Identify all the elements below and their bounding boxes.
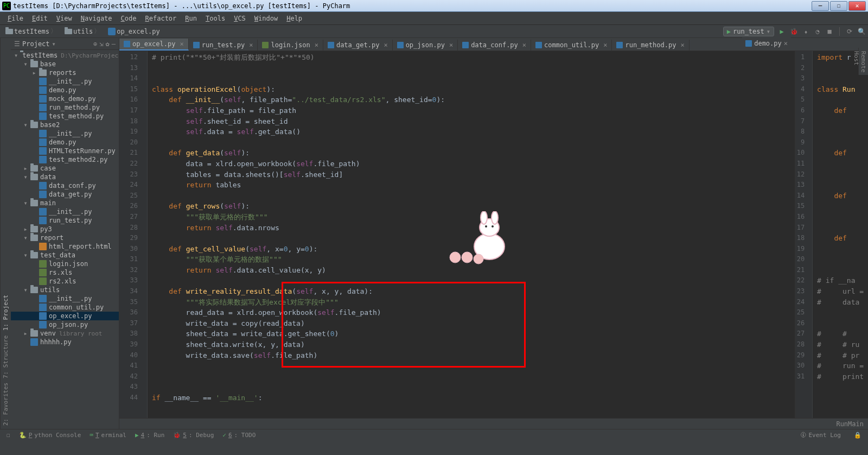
structure-tab[interactable]: 7: Structure (2, 335, 10, 378)
tree-item-case[interactable]: ▸case (11, 164, 119, 173)
code-area-right[interactable]: import r class Run def def def def # if … (813, 51, 868, 418)
minimize-button[interactable]: — (812, 1, 829, 11)
tree-item-testItems[interactable]: ▾testItemsD:\PycharmProjects\ (11, 51, 119, 60)
tree-item-__init__.py[interactable]: __init__.py (11, 207, 119, 216)
editor-tab-data_conf.py[interactable]: data_conf.py× (458, 40, 531, 50)
python-icon (745, 40, 752, 47)
collapse-all-icon[interactable]: ⇲ (99, 40, 103, 48)
tree-item-__init__.py[interactable]: __init__.py (11, 294, 119, 303)
tree-item-common_util.py[interactable]: common_util.py (11, 303, 119, 312)
tree-item-run_test.py[interactable]: run_test.py (11, 216, 119, 225)
bottom-tab-Python-Console[interactable]: 🐍 Python Console (15, 432, 86, 439)
editor-tab-data_get.py[interactable]: data_get.py× (323, 40, 393, 50)
close-button[interactable]: ✕ (848, 1, 866, 11)
tree-item-__init__.py[interactable]: __init__.py (11, 129, 119, 138)
breadcrumb-op_excel.py[interactable]: op_excel.py (105, 27, 163, 36)
menu-view[interactable]: View (52, 15, 76, 22)
editor-tab-run_method.py[interactable]: run_method.py× (612, 40, 689, 50)
breadcrumb-utils[interactable]: utils〉 (61, 27, 104, 36)
tree-item-HTMLTestRunner.py[interactable]: HTMLTestRunner.py (11, 147, 119, 155)
tree-item-login.json[interactable]: login.json (11, 260, 119, 268)
tree-item-run_method.py[interactable]: run_method.py (11, 103, 119, 112)
tree-item-hhhhh.py[interactable]: hhhhh.py (11, 338, 119, 346)
pycharm-icon: PC (2, 2, 11, 10)
tree-item-html_report.html[interactable]: html_report.html (11, 242, 119, 251)
project-tab[interactable]: 1: Project (2, 295, 10, 331)
editor-tab-login.json[interactable]: login.json× (258, 40, 323, 50)
tree-item-report[interactable]: ▾report (11, 233, 119, 242)
class-crumb[interactable]: RunMain (836, 420, 864, 428)
menu-run[interactable]: Run (181, 15, 201, 22)
favorites-tab[interactable]: 2: Favorites (2, 383, 10, 426)
tree-item-utils[interactable]: ▾utils (11, 286, 119, 294)
hide-icon[interactable]: — (112, 40, 116, 48)
tree-item-base[interactable]: ▾base (11, 60, 119, 68)
search-button[interactable]: 🔍 (857, 27, 866, 36)
profile-button[interactable]: ◔ (813, 27, 822, 36)
maximize-button[interactable]: ☐ (830, 1, 847, 11)
scroll-from-source-icon[interactable]: ⊕ (93, 40, 97, 48)
breadcrumb-testItems[interactable]: testItems〉 (2, 27, 60, 36)
tree-item-main[interactable]: ▾main (11, 199, 119, 207)
menu-help[interactable]: Help (282, 15, 307, 22)
tree-item-demo.py[interactable]: demo.py (11, 86, 119, 94)
tree-item-test_method2.py[interactable]: test_method2.py (11, 155, 119, 164)
tree-item-py3[interactable]: ▸py3 (11, 225, 119, 233)
tree-item-__init__.py[interactable]: __init__.py (11, 77, 119, 86)
bottom-tab-5--Debug[interactable]: 🐞 5: Debug (169, 432, 218, 439)
update-button[interactable]: ⟳ (845, 27, 854, 36)
editor-tab-run_test.py[interactable]: run_test.py× (189, 40, 258, 50)
tree-item-mock_demo.py[interactable]: mock_demo.py (11, 94, 119, 103)
fold-gutter (141, 51, 148, 418)
run-button[interactable]: ▶ (777, 27, 786, 36)
tree-item-test_method.py[interactable]: test_method.py (11, 112, 119, 121)
menu-vcs[interactable]: VCS (229, 15, 250, 22)
tree-item-base2[interactable]: ▾base2 (11, 121, 119, 129)
editor-tab-op_json.py[interactable]: op_json.py× (393, 40, 458, 50)
tree-item-reports[interactable]: ▸reports (11, 68, 119, 77)
lock-icon[interactable]: 🔒 (850, 432, 866, 439)
show-tool-window-button[interactable]: ☐ (2, 432, 15, 439)
editor-right[interactable]: 1 2 3 4 5 6 7 8 9 10 11 12 13 14 15 16 1… (795, 51, 868, 418)
remote-host-tab[interactable]: Remote Host (858, 48, 868, 75)
menu-refactor[interactable]: Refactor (141, 15, 181, 22)
tree-item-data_conf.py[interactable]: data_conf.py (11, 181, 119, 190)
event-log-button[interactable]: 🛈 Event Log (796, 432, 845, 439)
menu-tools[interactable]: Tools (201, 15, 229, 22)
run-config-label: run_test (733, 28, 764, 35)
right-tab-label: demo.py (754, 40, 782, 47)
right-editor-tab[interactable]: demo.py × (742, 37, 791, 50)
project-pane: ☰ Project ▾ ⊕ ⇲ ✿ — ▾testItemsD:\Pycharm… (11, 38, 119, 429)
menu-window[interactable]: Window (250, 15, 282, 22)
breadcrumb-bar: RunMain (119, 418, 868, 429)
menu-edit[interactable]: Edit (28, 15, 52, 22)
stop-button[interactable]: ■ (825, 27, 834, 36)
left-sidebar-tabs: 2: Favorites 7: Structure 1: Project (0, 38, 11, 429)
tree-item-test_data[interactable]: ▾test_data (11, 251, 119, 260)
editor-tab-common_util.py[interactable]: common_util.py× (531, 40, 612, 50)
window-title: testItems [D:\PycharmProjects\testItems]… (13, 2, 350, 10)
tree-item-op_excel.py[interactable]: op_excel.py (11, 312, 119, 320)
editor-main[interactable]: 12 13 14 15 16 17 18 19 20 21 22 23 24 2… (119, 51, 795, 418)
gear-icon[interactable]: ✿ (106, 40, 110, 48)
run-config-combo[interactable]: ▶ run_test ▾ (723, 27, 774, 36)
tree-item-venv[interactable]: ▸venvlibrary root (11, 329, 119, 338)
status-bar: ☐ 🐍 Python Console⌨ Terminal▶ 4: Run🐞 5:… (0, 429, 868, 441)
menu-navigate[interactable]: Navigate (76, 15, 117, 22)
menu-code[interactable]: Code (117, 15, 141, 22)
gutter-right: 1 2 3 4 5 6 7 8 9 10 11 12 13 14 15 16 1… (795, 51, 808, 418)
bottom-tab-6--TODO[interactable]: ✓ 6: TODO (218, 432, 260, 439)
tree-item-data[interactable]: ▾data (11, 173, 119, 181)
coverage-button[interactable]: ⬧ (801, 27, 810, 36)
debug-button[interactable]: 🐞 (789, 27, 798, 36)
editor-tab-op_excel.py[interactable]: op_excel.py× (119, 39, 189, 50)
tree-item-op_json.py[interactable]: op_json.py (11, 320, 119, 329)
bottom-tab-Terminal[interactable]: ⌨ Terminal (85, 432, 131, 439)
tree-item-rs.xls[interactable]: rs.xls (11, 268, 119, 277)
tree-item-rs2.xls[interactable]: rs2.xls (11, 277, 119, 286)
code-area[interactable]: # print("*"*50+"封装前后数据对比"+"*"*50) class … (148, 51, 795, 418)
tree-item-data_get.py[interactable]: data_get.py (11, 190, 119, 199)
bottom-tab-4--Run[interactable]: ▶ 4: Run (131, 432, 169, 439)
menu-file[interactable]: File (3, 15, 28, 22)
tree-item-demo.py[interactable]: demo.py (11, 138, 119, 147)
